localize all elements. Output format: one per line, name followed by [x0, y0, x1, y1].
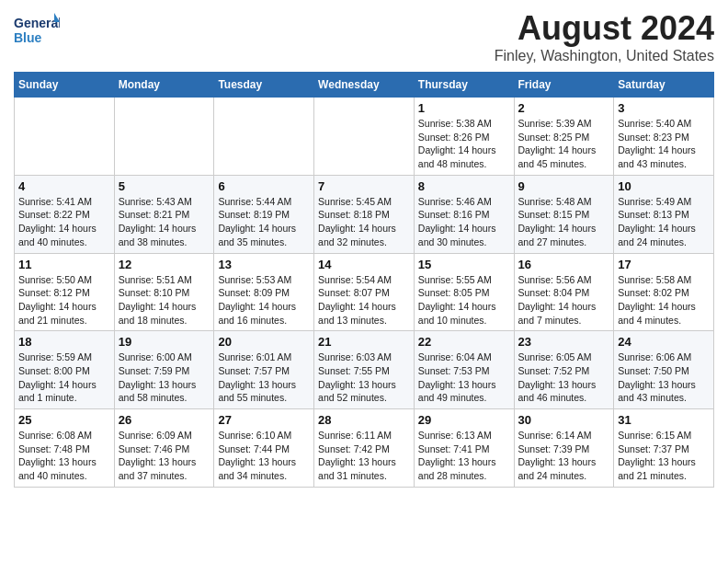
- week-row-2: 4Sunrise: 5:41 AM Sunset: 8:22 PM Daylig…: [15, 175, 714, 253]
- day-cell: 15Sunrise: 5:55 AM Sunset: 8:05 PM Dayli…: [414, 253, 514, 331]
- day-detail: Sunrise: 6:03 AM Sunset: 7:55 PM Dayligh…: [318, 350, 410, 405]
- day-detail: Sunrise: 5:50 AM Sunset: 8:12 PM Dayligh…: [18, 273, 110, 327]
- day-detail: Sunrise: 6:04 AM Sunset: 7:53 PM Dayligh…: [418, 350, 510, 405]
- day-number: 28: [318, 413, 410, 427]
- day-cell: 18Sunrise: 5:59 AM Sunset: 8:00 PM Dayli…: [15, 331, 115, 409]
- day-cell: [15, 98, 115, 176]
- svg-text:General: General: [14, 16, 60, 30]
- day-detail: Sunrise: 5:38 AM Sunset: 8:26 PM Dayligh…: [418, 117, 510, 171]
- day-number: 2: [518, 101, 610, 115]
- day-number: 15: [418, 258, 510, 271]
- weekday-header-thursday: Thursday: [414, 73, 514, 98]
- day-number: 8: [418, 179, 510, 193]
- day-number: 12: [119, 258, 210, 271]
- day-number: 6: [218, 179, 310, 193]
- day-number: 22: [418, 335, 510, 349]
- day-detail: Sunrise: 5:53 AM Sunset: 8:09 PM Dayligh…: [218, 273, 310, 327]
- day-cell: 12Sunrise: 5:51 AM Sunset: 8:10 PM Dayli…: [114, 253, 214, 331]
- month-title: August 2024: [495, 9, 714, 48]
- day-number: 9: [518, 179, 610, 193]
- day-cell: [114, 98, 214, 176]
- weekday-header-friday: Friday: [514, 73, 614, 98]
- day-cell: [314, 98, 415, 176]
- day-detail: Sunrise: 5:58 AM Sunset: 8:02 PM Dayligh…: [618, 273, 710, 327]
- week-row-4: 18Sunrise: 5:59 AM Sunset: 8:00 PM Dayli…: [15, 331, 714, 409]
- day-cell: 20Sunrise: 6:01 AM Sunset: 7:57 PM Dayli…: [214, 331, 314, 409]
- logo-icon: General Blue: [14, 11, 60, 52]
- day-cell: 24Sunrise: 6:06 AM Sunset: 7:50 PM Dayli…: [614, 331, 714, 409]
- day-number: 3: [618, 101, 710, 115]
- day-cell: 28Sunrise: 6:11 AM Sunset: 7:42 PM Dayli…: [314, 409, 415, 488]
- day-detail: Sunrise: 6:01 AM Sunset: 7:57 PM Dayligh…: [218, 350, 310, 405]
- day-detail: Sunrise: 5:59 AM Sunset: 8:00 PM Dayligh…: [18, 350, 110, 405]
- day-detail: Sunrise: 6:10 AM Sunset: 7:44 PM Dayligh…: [218, 429, 310, 483]
- day-cell: 16Sunrise: 5:56 AM Sunset: 8:04 PM Dayli…: [514, 253, 614, 331]
- day-cell: 2Sunrise: 5:39 AM Sunset: 8:25 PM Daylig…: [514, 98, 614, 176]
- svg-text:Blue: Blue: [14, 30, 42, 45]
- day-cell: 25Sunrise: 6:08 AM Sunset: 7:48 PM Dayli…: [15, 409, 115, 488]
- weekday-header-saturday: Saturday: [614, 73, 714, 98]
- day-cell: 6Sunrise: 5:44 AM Sunset: 8:19 PM Daylig…: [214, 175, 314, 253]
- weekday-header-monday: Monday: [114, 73, 214, 98]
- week-row-3: 11Sunrise: 5:50 AM Sunset: 8:12 PM Dayli…: [15, 253, 714, 331]
- day-cell: 23Sunrise: 6:05 AM Sunset: 7:52 PM Dayli…: [514, 331, 614, 409]
- day-detail: Sunrise: 5:51 AM Sunset: 8:10 PM Dayligh…: [119, 273, 210, 327]
- day-number: 16: [518, 258, 610, 271]
- day-detail: Sunrise: 6:15 AM Sunset: 7:37 PM Dayligh…: [618, 429, 710, 483]
- day-cell: 26Sunrise: 6:09 AM Sunset: 7:46 PM Dayli…: [114, 409, 214, 488]
- day-cell: 4Sunrise: 5:41 AM Sunset: 8:22 PM Daylig…: [15, 175, 115, 253]
- day-detail: Sunrise: 5:39 AM Sunset: 8:25 PM Dayligh…: [518, 117, 610, 171]
- day-number: 29: [418, 413, 510, 427]
- title-area: August 2024 Finley, Washington, United S…: [495, 9, 714, 64]
- day-detail: Sunrise: 5:40 AM Sunset: 8:23 PM Dayligh…: [618, 117, 710, 171]
- day-number: 25: [18, 413, 110, 427]
- day-number: 10: [618, 179, 710, 193]
- day-number: 27: [218, 413, 310, 427]
- day-cell: 13Sunrise: 5:53 AM Sunset: 8:09 PM Dayli…: [214, 253, 314, 331]
- logo: General Blue: [14, 9, 60, 52]
- day-cell: 22Sunrise: 6:04 AM Sunset: 7:53 PM Dayli…: [414, 331, 514, 409]
- day-number: 14: [318, 258, 410, 271]
- day-detail: Sunrise: 6:13 AM Sunset: 7:41 PM Dayligh…: [418, 429, 510, 483]
- day-cell: 14Sunrise: 5:54 AM Sunset: 8:07 PM Dayli…: [314, 253, 415, 331]
- day-cell: 10Sunrise: 5:49 AM Sunset: 8:13 PM Dayli…: [614, 175, 714, 253]
- day-number: 21: [318, 335, 410, 349]
- day-number: 20: [218, 335, 310, 349]
- day-number: 11: [18, 258, 110, 271]
- day-detail: Sunrise: 5:48 AM Sunset: 8:15 PM Dayligh…: [518, 195, 610, 249]
- day-number: 30: [518, 413, 610, 427]
- header: General Blue August 2024 Finley, Washing…: [14, 9, 714, 64]
- weekday-header-sunday: Sunday: [15, 73, 115, 98]
- calendar-table: SundayMondayTuesdayWednesdayThursdayFrid…: [14, 72, 714, 488]
- day-cell: 30Sunrise: 6:14 AM Sunset: 7:39 PM Dayli…: [514, 409, 614, 488]
- day-detail: Sunrise: 6:06 AM Sunset: 7:50 PM Dayligh…: [618, 350, 710, 405]
- day-number: 4: [18, 179, 110, 193]
- day-number: 23: [518, 335, 610, 349]
- day-detail: Sunrise: 5:49 AM Sunset: 8:13 PM Dayligh…: [618, 195, 710, 249]
- day-cell: 11Sunrise: 5:50 AM Sunset: 8:12 PM Dayli…: [15, 253, 115, 331]
- day-detail: Sunrise: 5:54 AM Sunset: 8:07 PM Dayligh…: [318, 273, 410, 327]
- day-cell: 21Sunrise: 6:03 AM Sunset: 7:55 PM Dayli…: [314, 331, 415, 409]
- day-detail: Sunrise: 6:14 AM Sunset: 7:39 PM Dayligh…: [518, 429, 610, 483]
- location-title: Finley, Washington, United States: [495, 48, 714, 64]
- day-detail: Sunrise: 6:08 AM Sunset: 7:48 PM Dayligh…: [18, 429, 110, 483]
- day-detail: Sunrise: 6:00 AM Sunset: 7:59 PM Dayligh…: [119, 350, 210, 405]
- day-number: 13: [218, 258, 310, 271]
- day-number: 7: [318, 179, 410, 193]
- weekday-header-tuesday: Tuesday: [214, 73, 314, 98]
- weekday-header-row: SundayMondayTuesdayWednesdayThursdayFrid…: [15, 73, 714, 98]
- day-cell: [214, 98, 314, 176]
- day-number: 1: [418, 101, 510, 115]
- day-detail: Sunrise: 5:41 AM Sunset: 8:22 PM Dayligh…: [18, 195, 110, 249]
- day-cell: 3Sunrise: 5:40 AM Sunset: 8:23 PM Daylig…: [614, 98, 714, 176]
- day-detail: Sunrise: 5:44 AM Sunset: 8:19 PM Dayligh…: [218, 195, 310, 249]
- day-cell: 8Sunrise: 5:46 AM Sunset: 8:16 PM Daylig…: [414, 175, 514, 253]
- day-cell: 5Sunrise: 5:43 AM Sunset: 8:21 PM Daylig…: [114, 175, 214, 253]
- day-number: 24: [618, 335, 710, 349]
- week-row-1: 1Sunrise: 5:38 AM Sunset: 8:26 PM Daylig…: [15, 98, 714, 176]
- week-row-5: 25Sunrise: 6:08 AM Sunset: 7:48 PM Dayli…: [15, 409, 714, 488]
- day-cell: 7Sunrise: 5:45 AM Sunset: 8:18 PM Daylig…: [314, 175, 415, 253]
- day-number: 26: [119, 413, 210, 427]
- day-number: 17: [618, 258, 710, 271]
- day-detail: Sunrise: 5:55 AM Sunset: 8:05 PM Dayligh…: [418, 273, 510, 327]
